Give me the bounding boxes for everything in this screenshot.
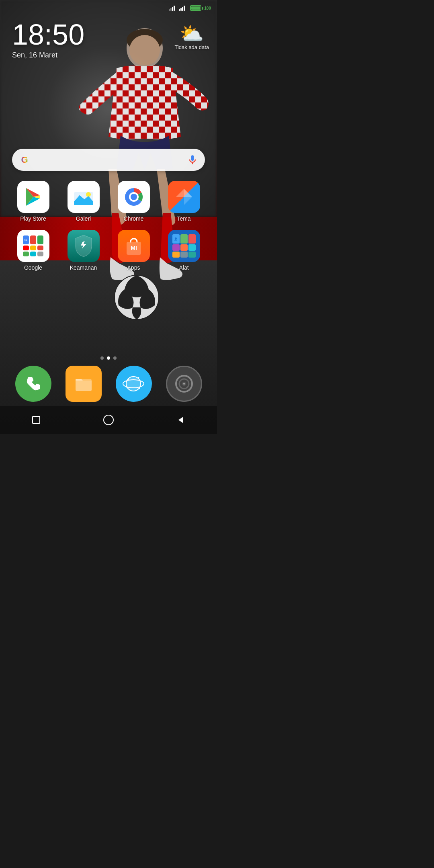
playstore-icon (17, 181, 49, 213)
google-mini-more (37, 252, 43, 256)
keamanan-label: Keamanan (70, 264, 97, 271)
browser-svg (123, 373, 145, 395)
clock-date: Sen, 16 Maret (12, 51, 84, 59)
google-mini-gmail (30, 235, 36, 244)
svg-point-29 (138, 377, 139, 378)
svg-rect-24 (76, 381, 92, 391)
app-item-chrome[interactable]: Chrome (112, 181, 156, 222)
svg-point-28 (128, 378, 129, 380)
app-row-1: Play Store Galeri (8, 181, 209, 222)
google-mini-photos (37, 246, 43, 250)
signal-bar (169, 9, 170, 11)
mic-icon[interactable] (186, 154, 199, 166)
apps-label: Apps (127, 264, 140, 271)
status-icons: 100 (169, 5, 211, 11)
home-icon (103, 414, 114, 426)
apps-icon: MI (118, 230, 150, 262)
gallery-svg (71, 184, 96, 210)
clock-time: 18:50 (12, 20, 84, 49)
google-logo-letter: G (21, 155, 28, 165)
nav-home-button[interactable] (98, 410, 119, 430)
google-mini-maps (37, 235, 43, 244)
svg-point-37 (104, 415, 113, 425)
dock-item-browser[interactable] (116, 366, 152, 402)
browser-icon (116, 366, 152, 402)
app-item-alat[interactable]: 👤 Alat (162, 230, 206, 271)
gallery-icon (68, 181, 100, 213)
app-item-keamanan[interactable]: Keamanan (61, 230, 106, 271)
alat-mini-4 (172, 244, 180, 250)
weather-text: Tidak ada data (174, 44, 209, 50)
battery-body (190, 5, 201, 11)
google-mini-meet (30, 252, 36, 256)
nav-bar (0, 406, 217, 434)
alat-mini-5 (180, 244, 188, 250)
nav-back-button[interactable] (171, 410, 191, 430)
signal-bars-1 (169, 5, 175, 11)
dock (0, 366, 217, 402)
chrome-svg (121, 184, 147, 210)
recents-icon (31, 415, 41, 425)
dock-item-camera[interactable] (166, 366, 202, 402)
playstore-svg (20, 184, 46, 210)
search-bar[interactable]: G (12, 149, 205, 171)
app-row-2: G (8, 230, 209, 271)
app-item-galeri[interactable]: Galeri (61, 181, 106, 222)
app-item-google[interactable]: G (11, 230, 55, 271)
tema-label: Tema (177, 215, 190, 222)
tema-svg (174, 187, 194, 207)
page-dot-1 (100, 356, 104, 360)
app-grid: Play Store Galeri (0, 181, 217, 279)
mi-store-svg: MI (123, 235, 144, 256)
svg-point-31 (126, 386, 127, 387)
phone-icon (15, 366, 51, 402)
weather-area: ⛅ Tidak ada data (174, 24, 209, 50)
microphone-icon (187, 154, 198, 166)
battery-tip (202, 7, 203, 10)
signal-bar (174, 6, 175, 11)
alat-folder-icon: 👤 (168, 230, 200, 262)
signal-bar (170, 8, 172, 11)
keamanan-icon (68, 230, 100, 262)
signal-bar (182, 7, 183, 11)
signal-bar (172, 7, 173, 11)
google-label: Google (24, 264, 42, 271)
svg-marker-38 (178, 417, 183, 423)
back-icon (176, 415, 186, 425)
svg-point-6 (129, 35, 160, 66)
page-indicator (0, 356, 217, 360)
alat-mini-6 (188, 244, 196, 250)
battery-fill (191, 6, 200, 10)
alat-mini-8 (180, 252, 188, 258)
camera-svg (174, 373, 194, 394)
battery-percentage: 100 (204, 6, 211, 10)
camera-icon (166, 366, 202, 402)
page-dot-3 (113, 356, 117, 360)
dock-item-files[interactable] (66, 366, 102, 402)
svg-point-18 (131, 194, 137, 200)
google-folder-icon: G (17, 230, 49, 262)
app-item-apps[interactable]: MI Apps (112, 230, 156, 271)
google-mini-drive (30, 246, 36, 250)
search-input-area[interactable] (31, 149, 186, 171)
clock-area: 18:50 Sen, 16 Maret (12, 20, 84, 59)
files-svg (73, 373, 94, 394)
svg-point-30 (139, 387, 140, 389)
signal-bars-2 (179, 5, 185, 11)
playstore-label: Play Store (20, 215, 46, 222)
signal-bar (179, 9, 180, 11)
alat-mini-3 (188, 234, 196, 244)
alat-mini-7 (172, 252, 180, 258)
nav-recents-button[interactable] (26, 410, 46, 430)
app-item-tema[interactable]: Tema (162, 181, 206, 222)
galeri-label: Galeri (76, 215, 91, 222)
phone-svg (23, 374, 43, 394)
dock-item-phone[interactable] (15, 366, 51, 402)
player-figure (56, 24, 217, 326)
google-g-icon: G (18, 154, 31, 166)
chrome-label: Chrome (124, 215, 144, 222)
google-mini-g: G (23, 235, 29, 244)
app-item-playstore[interactable]: Play Store (11, 181, 55, 222)
battery-indicator: 100 (190, 5, 211, 11)
svg-text:MI: MI (131, 245, 137, 251)
